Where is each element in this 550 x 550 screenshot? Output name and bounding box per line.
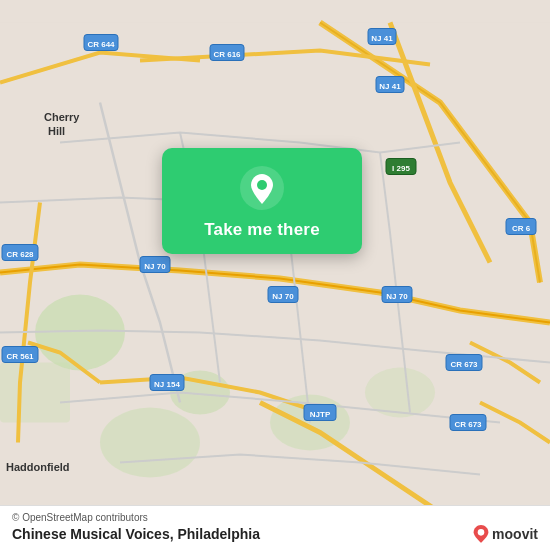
svg-text:NJTP: NJTP [310, 410, 331, 419]
svg-text:NJ 41: NJ 41 [371, 34, 393, 43]
moovit-text: moovit [492, 526, 538, 542]
svg-text:CR 561: CR 561 [6, 352, 34, 361]
svg-point-43 [257, 180, 267, 190]
svg-text:CR 616: CR 616 [213, 50, 241, 59]
svg-text:NJ 41: NJ 41 [379, 82, 401, 91]
attribution: © OpenStreetMap contributors [12, 512, 538, 523]
svg-text:NJ 70: NJ 70 [386, 292, 408, 301]
svg-text:CR 673: CR 673 [450, 360, 478, 369]
map-background: CR 644 CR 616 NJ 41 NJ 41 I 295 I 295 CR… [0, 0, 550, 550]
moovit-logo: moovit [472, 525, 538, 543]
svg-rect-4 [0, 363, 70, 423]
svg-text:NJ 154: NJ 154 [154, 380, 180, 389]
bottom-bar: © OpenStreetMap contributors Chinese Mus… [0, 505, 550, 550]
place-name: Chinese Musical Voices, Philadelphia [12, 526, 260, 542]
svg-text:CR 6: CR 6 [512, 224, 531, 233]
svg-text:CR 644: CR 644 [87, 40, 115, 49]
svg-point-5 [100, 408, 200, 478]
svg-text:Haddonfield: Haddonfield [6, 461, 70, 473]
moovit-pin-icon [472, 525, 490, 543]
svg-text:CR 673: CR 673 [454, 420, 482, 429]
location-pin-icon [240, 166, 284, 210]
map-container: CR 644 CR 616 NJ 41 NJ 41 I 295 I 295 CR… [0, 0, 550, 550]
take-me-label: Take me there [204, 220, 320, 240]
svg-text:I 295: I 295 [392, 164, 410, 173]
svg-text:Hill: Hill [48, 125, 65, 137]
attribution-text: © OpenStreetMap contributors [12, 512, 148, 523]
svg-text:NJ 70: NJ 70 [144, 262, 166, 271]
svg-rect-0 [0, 23, 550, 528]
svg-point-44 [478, 529, 485, 536]
svg-text:NJ 70: NJ 70 [272, 292, 294, 301]
svg-text:Cherry: Cherry [44, 111, 80, 123]
svg-text:CR 628: CR 628 [6, 250, 34, 259]
take-me-card[interactable]: Take me there [162, 148, 362, 254]
